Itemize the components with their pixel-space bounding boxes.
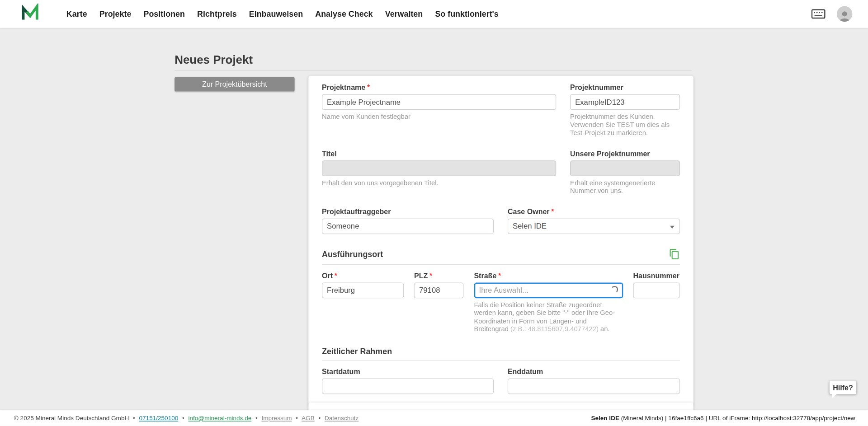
startdatum-input[interactable]	[322, 378, 494, 394]
projektauftraggeber-input[interactable]	[322, 218, 494, 234]
field-enddatum: Enddatum	[508, 367, 680, 394]
nav-item-richtpreis[interactable]: Richtpreis	[191, 0, 243, 28]
copy-icon	[669, 253, 680, 262]
datenschutz-link[interactable]: Datenschutz	[325, 415, 359, 421]
label-text: PLZ	[414, 271, 428, 280]
footer-left: © 2025 Mineral Minds Deutschland GmbH • …	[14, 415, 359, 421]
field-strasse: Straße* Falls die Position keiner Straße…	[474, 271, 623, 333]
navbar-right	[811, 6, 852, 22]
label-text: Projektname	[322, 83, 365, 92]
footer-separator: •	[182, 415, 184, 421]
ort-label: Ort*	[322, 271, 404, 280]
required-marker: *	[498, 271, 501, 280]
nav-item-so-funktionierts[interactable]: So funktioniert's	[429, 0, 505, 28]
session-user: Selen IDE	[591, 415, 619, 421]
label-text: Ort	[322, 271, 333, 280]
field-projektname: Projektname* Name vom Kunden festlegbar	[322, 83, 556, 137]
projektauftraggeber-label: Projektauftraggeber	[322, 207, 494, 215]
impressum-link[interactable]: Impressum	[261, 415, 292, 421]
case-owner-selected-value: Selen IDE	[513, 222, 547, 230]
session-details: (Mineral Minds) | 16fae1ffc6a6 | URL of …	[619, 415, 855, 421]
nav-item-analyse-check[interactable]: Analyse Check	[309, 0, 379, 28]
field-unsere-projektnummer: Unsere Projektnummer Erhält eine systemg…	[570, 149, 680, 195]
label-text: Projektnummer	[570, 83, 623, 92]
nav-item-einbauweisen[interactable]: Einbauweisen	[243, 0, 309, 28]
projektnummer-label: Projektnummer	[570, 83, 680, 92]
plz-label: PLZ*	[414, 271, 464, 280]
field-titel: Titel Erhält den von uns vorgegebenen Ti…	[322, 149, 556, 195]
projektname-input[interactable]	[322, 94, 556, 110]
projektnummer-input[interactable]	[570, 94, 680, 110]
case-owner-label: Case Owner*	[508, 207, 680, 215]
required-marker: *	[429, 271, 432, 280]
label-text: Projektauftraggeber	[322, 207, 391, 215]
unsere-projektnummer-label: Unsere Projektnummer	[570, 149, 680, 158]
nav-item-karte[interactable]: Karte	[60, 0, 93, 28]
strasse-helper-suffix: an.	[599, 325, 610, 332]
form-row-4: Ort* PLZ* Straße*	[322, 271, 680, 333]
hausnummer-input[interactable]	[633, 282, 680, 298]
user-avatar-icon[interactable]	[837, 6, 853, 22]
field-projektauftraggeber: Projektauftraggeber	[322, 207, 494, 234]
form-row-1: Projektname* Name vom Kunden festlegbar …	[322, 83, 680, 137]
field-startdatum: Startdatum	[322, 367, 494, 394]
phone-link[interactable]: 07151/250100	[139, 415, 178, 421]
ort-input[interactable]	[322, 282, 404, 298]
mineral-minds-logo-icon	[21, 3, 40, 24]
top-navbar: Karte Projekte Positionen Richtpreis Ein…	[0, 0, 868, 28]
field-hausnummer: Hausnummer	[633, 271, 680, 333]
nav-item-positionen[interactable]: Positionen	[137, 0, 191, 28]
title-divider	[175, 70, 692, 70]
field-case-owner: Case Owner* Selen IDE	[508, 207, 680, 234]
required-marker: *	[367, 83, 370, 92]
strasse-input-wrapper	[474, 280, 623, 298]
strasse-label: Straße*	[474, 271, 623, 280]
label-text: Straße	[474, 271, 496, 280]
copy-location-button[interactable]	[669, 248, 680, 260]
keyboard-icon[interactable]	[811, 9, 826, 19]
form-row-5: Startdatum Enddatum	[322, 367, 680, 394]
help-button[interactable]: Hilfe?	[830, 381, 856, 394]
enddatum-input[interactable]	[508, 378, 680, 394]
section-title-ausfuehrungsort: Ausführungsort	[322, 249, 383, 258]
footer-separator: •	[255, 415, 258, 421]
projektnummer-helper: Projektnummer des Kunden. Verwenden Sie …	[570, 112, 680, 137]
startdatum-label: Startdatum	[322, 367, 494, 376]
unsere-projektnummer-helper: Erhält eine systemgenerierte Nummer von …	[570, 178, 680, 195]
enddatum-label: Enddatum	[508, 367, 680, 376]
field-projektnummer: Projektnummer Projektnummer des Kunden. …	[570, 83, 680, 137]
nav-item-verwalten[interactable]: Verwalten	[379, 0, 429, 28]
strasse-helper-example: (z.B.: 48.8115607,9.4077422)	[510, 325, 599, 332]
email-link[interactable]: info@mineral-minds.de	[188, 415, 251, 421]
form-row-2: Titel Erhält den von uns vorgegebenen Ti…	[322, 149, 680, 195]
required-marker: *	[335, 271, 337, 280]
copyright-text: © 2025 Mineral Minds Deutschland GmbH	[14, 415, 129, 421]
field-ort: Ort*	[322, 271, 404, 333]
agb-link[interactable]: AGB	[302, 415, 315, 421]
unsere-projektnummer-input	[570, 160, 680, 176]
project-overview-button[interactable]: Zur Projektübersicht	[175, 77, 294, 91]
new-project-form-card: Projektname* Name vom Kunden festlegbar …	[308, 76, 693, 405]
brand-logo[interactable]	[20, 4, 40, 24]
nav-item-projekte[interactable]: Projekte	[93, 0, 137, 28]
label-text: Case Owner	[508, 207, 550, 215]
footer-separator: •	[318, 415, 321, 421]
strasse-helper: Falls die Position keiner Straße zugeord…	[474, 301, 623, 333]
label-text: Startdatum	[322, 367, 360, 376]
label-text: Unsere Projektnummer	[570, 149, 650, 158]
projektname-helper: Name vom Kunden festlegbar	[322, 112, 556, 121]
section-zeitlicher-rahmen: Zeitlicher Rahmen	[322, 346, 680, 356]
section-divider	[322, 360, 680, 360]
projektname-label: Projektname*	[322, 83, 556, 92]
form-row-3: Projektauftraggeber Case Owner* Selen ID…	[322, 207, 680, 234]
footer-session-info: Selen IDE (Mineral Minds) | 16fae1ffc6a6…	[591, 415, 855, 421]
loading-spinner-icon	[611, 286, 618, 293]
label-text: Enddatum	[508, 367, 543, 376]
chevron-down-icon	[670, 225, 675, 228]
plz-input[interactable]	[414, 282, 464, 298]
section-ausfuehrungsort: Ausführungsort	[322, 248, 680, 260]
field-plz: PLZ*	[414, 271, 464, 333]
strasse-input[interactable]	[474, 282, 623, 298]
case-owner-select[interactable]: Selen IDE	[508, 218, 680, 234]
label-text: Hausnummer	[633, 271, 679, 280]
